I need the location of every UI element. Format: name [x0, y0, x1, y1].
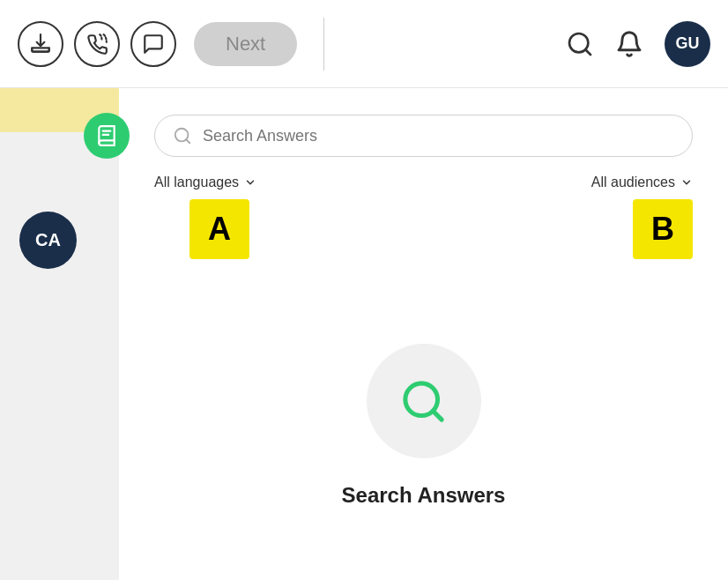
- empty-state: Search Answers: [154, 298, 693, 554]
- header-right-icons: GU: [566, 21, 710, 67]
- filters-section: All languages All audiences A B: [154, 175, 693, 271]
- audience-filter-label: All audiences: [591, 175, 675, 190]
- audience-filter[interactable]: All audiences: [591, 175, 693, 190]
- next-button[interactable]: Next: [194, 22, 297, 66]
- svg-line-6: [433, 411, 442, 420]
- main-layout: CA All languages All audience: [0, 88, 728, 580]
- search-icon: [566, 30, 594, 58]
- svg-line-2: [585, 49, 591, 55]
- content-area: All languages All audiences A B: [119, 88, 728, 580]
- user-avatar[interactable]: GU: [665, 21, 710, 67]
- header: Next GU: [0, 0, 728, 88]
- bell-icon: [615, 30, 643, 58]
- chevron-down-audiences-icon: [680, 176, 693, 189]
- chevron-down-icon: [244, 176, 256, 189]
- search-button[interactable]: [566, 30, 594, 58]
- phone-button[interactable]: [74, 21, 120, 67]
- header-left-icons: Next: [18, 21, 297, 67]
- chat-icon: [142, 33, 165, 56]
- svg-line-4: [186, 139, 189, 143]
- empty-state-title: Search Answers: [342, 483, 506, 508]
- box-a: A: [189, 199, 249, 259]
- box-b: B: [633, 199, 693, 259]
- chat-button[interactable]: [130, 21, 176, 67]
- ca-avatar[interactable]: CA: [19, 212, 77, 269]
- search-bar-icon: [173, 126, 192, 145]
- search-input[interactable]: [203, 127, 674, 145]
- header-divider: [323, 18, 324, 71]
- book-button[interactable]: [84, 113, 130, 159]
- download-icon: [29, 33, 52, 56]
- sidebar: CA: [0, 88, 119, 580]
- search-bar[interactable]: [154, 115, 693, 157]
- language-filter-label: All languages: [154, 175, 239, 190]
- phone-icon: [85, 33, 108, 56]
- book-icon: [95, 124, 118, 147]
- empty-search-icon: [399, 377, 448, 426]
- language-filter[interactable]: All languages: [154, 175, 256, 190]
- bell-button[interactable]: [615, 30, 643, 58]
- download-button[interactable]: [18, 21, 63, 67]
- empty-state-icon-circle: [367, 344, 481, 458]
